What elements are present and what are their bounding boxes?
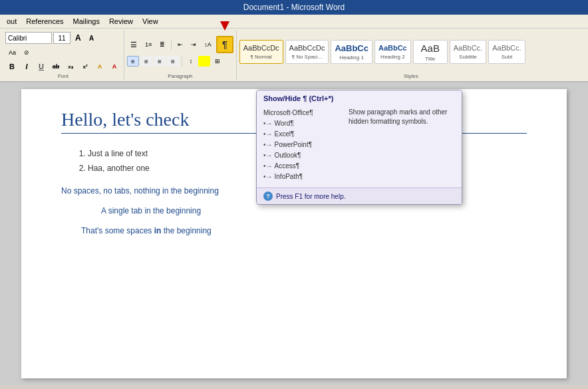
- superscript-btn[interactable]: x²: [78, 61, 92, 72]
- tooltip-title: Show/Hide ¶ (Ctrl+*): [257, 90, 462, 105]
- sort-btn[interactable]: ↕A: [201, 38, 215, 51]
- preview-infopath-text: InfoPath¶: [275, 172, 303, 182]
- ribbon: A A Aa ⊘ B I U ab x₂ x² A: [0, 29, 588, 82]
- spaces-highlight: in: [154, 226, 162, 235]
- title-bar: Document1 - Microsoft Word: [0, 0, 588, 15]
- italic-btn[interactable]: I: [20, 61, 33, 72]
- alignment-buttons: ≡ ≡ ≡ ≡ ↕ ⊞: [127, 55, 233, 68]
- style-normal-sample: AaBbCcDc: [243, 44, 279, 53]
- underline-btn[interactable]: U: [35, 61, 48, 72]
- menu-references[interactable]: References: [22, 16, 67, 27]
- styles-group: AaBbCcDc ¶ Normal AaBbCcDc ¶ No Spaci...…: [237, 30, 585, 80]
- preview-word: •→ Word¶: [263, 118, 343, 129]
- align-justify-btn[interactable]: ≡: [167, 56, 179, 66]
- tooltip-help-text: Press F1 for more help.: [276, 193, 345, 200]
- style-subtitle-btn[interactable]: AaBbCc. Subtitle: [450, 40, 486, 64]
- document-area: Show/Hide ¶ (Ctrl+*) Microsoft·Office¶ •…: [0, 82, 588, 385]
- style-heading2-sample: AaBbCc: [378, 44, 407, 53]
- font-format-row: Aa ⊘: [5, 46, 121, 59]
- show-hide-btn[interactable]: ¶: [216, 36, 233, 53]
- preview-office-line: Microsoft·Office¶: [263, 108, 343, 118]
- style-heading1-btn[interactable]: AaBbCc Heading 1: [331, 40, 372, 64]
- style-subt-btn[interactable]: AaBbCc. Subt: [488, 40, 525, 64]
- style-no-spacing-sample: AaBbCcDc: [289, 44, 325, 53]
- preview-title: Microsoft·Office¶: [263, 108, 313, 118]
- list-buttons: ☰ 1≡ ≣ ⇤ ⇥ ↕A ¶: [127, 36, 233, 53]
- highlight-btn[interactable]: A: [93, 61, 106, 72]
- preview-excel: •→ Excel¶: [263, 129, 343, 140]
- style-subt-label: Subt: [502, 54, 512, 60]
- decrease-indent-btn[interactable]: ⇤: [174, 38, 186, 51]
- bullets-btn[interactable]: ☰: [127, 38, 140, 51]
- help-icon: ?: [263, 192, 273, 201]
- sep2: [182, 56, 182, 66]
- preview-access: •→ Access¶: [263, 161, 343, 172]
- tooltip-preview: Microsoft·Office¶ •→ Word¶ •→ Excel¶ •→ …: [263, 108, 343, 182]
- preview-ppt-text: PowerPoint¶: [275, 140, 313, 150]
- strikethrough-btn[interactable]: ab: [49, 61, 63, 72]
- style-subtitle-sample: AaBbCc.: [454, 44, 482, 53]
- tooltip-description: Show paragraph marks and other hidden fo…: [349, 108, 455, 182]
- style-subtitle-label: Subtitle: [459, 54, 477, 60]
- paragraph-group-label: Paragraph: [127, 72, 233, 80]
- font-name-input[interactable]: [5, 32, 52, 44]
- styles-group-label: Styles: [239, 72, 583, 80]
- menu-review[interactable]: Review: [105, 16, 137, 27]
- shrink-font-btn[interactable]: A: [86, 31, 98, 45]
- style-heading2-label: Heading 2: [380, 54, 404, 60]
- font-style-row: B I U ab x₂ x² A A: [5, 61, 121, 72]
- style-title-label: Title: [425, 56, 435, 62]
- align-left-btn[interactable]: ≡: [127, 56, 139, 66]
- paragraph-controls: ☰ 1≡ ≣ ⇤ ⇥ ↕A ¶ ≡: [127, 36, 233, 68]
- multilevel-btn[interactable]: ≣: [156, 38, 168, 51]
- line-spacing-btn[interactable]: ↕: [185, 55, 197, 68]
- preview-infopath: •→ InfoPath¶: [263, 172, 343, 182]
- menu-out[interactable]: out: [3, 16, 21, 27]
- red-arrow-indicator: [220, 21, 229, 31]
- preview-access-text: Access¶: [275, 161, 300, 172]
- menu-view[interactable]: View: [138, 16, 162, 27]
- increase-indent-btn[interactable]: ⇥: [188, 38, 200, 51]
- preview-outlook-text: Outlook¶: [275, 150, 301, 161]
- align-right-btn[interactable]: ≡: [154, 56, 166, 66]
- numbering-btn[interactable]: 1≡: [142, 38, 155, 51]
- grow-font-btn[interactable]: A: [72, 31, 84, 45]
- tooltip-content: Microsoft·Office¶ •→ Word¶ •→ Excel¶ •→ …: [257, 105, 462, 188]
- arrow-excel: •→: [263, 129, 273, 140]
- style-no-spacing-btn[interactable]: AaBbCcDc ¶ No Spaci...: [285, 40, 329, 64]
- style-title-btn[interactable]: AaB Title: [413, 40, 448, 64]
- style-heading2-btn[interactable]: AaBbCc Heading 2: [374, 40, 411, 64]
- style-heading1-label: Heading 1: [339, 55, 363, 61]
- clear-format-btn[interactable]: ⊘: [21, 46, 33, 59]
- tab-highlight: in: [144, 206, 150, 215]
- paragraph-group-content: ☰ 1≡ ≣ ⇤ ⇥ ↕A ¶ ≡: [127, 31, 233, 72]
- font-size-input[interactable]: [53, 32, 71, 44]
- style-normal-btn[interactable]: AaBbCcDc ¶ Normal: [239, 40, 283, 64]
- menu-mailings[interactable]: Mailings: [69, 16, 104, 27]
- tooltip-popup: Show/Hide ¶ (Ctrl+*) Microsoft·Office¶ •…: [256, 90, 462, 205]
- change-case-btn[interactable]: Aa: [5, 46, 19, 59]
- styles-content: AaBbCcDc ¶ Normal AaBbCcDc ¶ No Spaci...…: [239, 31, 583, 72]
- shading-btn[interactable]: [198, 56, 210, 66]
- font-controls: A A Aa ⊘ B I U ab x₂ x² A: [5, 31, 121, 72]
- arrow-word: •→: [263, 118, 273, 129]
- style-title-sample: AaB: [421, 43, 440, 55]
- paragraph-spaces: That's some spaces in the beginning: [81, 225, 527, 237]
- arrow-ppt: •→: [263, 140, 273, 150]
- border-btn[interactable]: ⊞: [212, 55, 223, 68]
- font-group-label: Font: [5, 72, 121, 80]
- font-group: A A Aa ⊘ B I U ab x₂ x² A: [3, 30, 124, 80]
- pilcrow-container: ¶: [216, 36, 233, 53]
- preview-word-text: Word¶: [275, 118, 294, 129]
- subscript-btn[interactable]: x₂: [64, 61, 77, 72]
- style-heading1-sample: AaBbCc: [335, 43, 368, 54]
- arrow-outlook: •→: [263, 150, 273, 161]
- style-no-spacing-label: ¶ No Spaci...: [292, 54, 323, 60]
- paragraph-group: ☰ 1≡ ≣ ⇤ ⇥ ↕A ¶ ≡: [124, 30, 237, 80]
- ribbon-groups: A A Aa ⊘ B I U ab x₂ x² A: [0, 29, 588, 81]
- font-color-btn[interactable]: A: [108, 61, 121, 72]
- align-center-btn[interactable]: ≡: [140, 56, 152, 66]
- bold-btn[interactable]: B: [5, 61, 19, 72]
- preview-excel-text: Excel¶: [275, 129, 295, 140]
- title-text: Document1 - Microsoft Word: [243, 3, 345, 12]
